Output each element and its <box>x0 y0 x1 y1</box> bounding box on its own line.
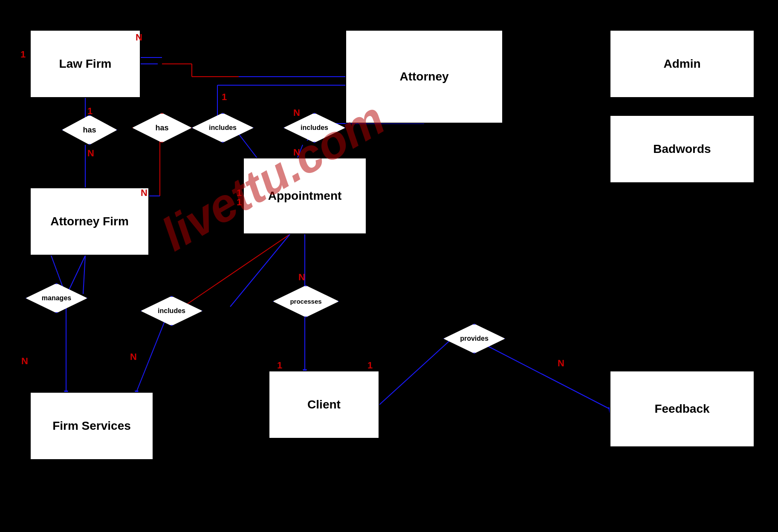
card-n-processes-top: N <box>298 272 305 283</box>
entity-law-firm: Law Firm <box>30 30 141 98</box>
diamond-includes3-label: includes <box>158 307 185 315</box>
diamond-manages: manages <box>26 283 87 313</box>
card-1-appointment-left2: 1 <box>237 197 242 208</box>
entity-label-firm-services: Firm Services <box>52 419 131 433</box>
diamond-manages-label: manages <box>42 294 71 302</box>
diamond-provides-label: provides <box>460 335 489 342</box>
entity-client: Client <box>269 371 379 439</box>
entity-label-admin: Admin <box>663 57 700 71</box>
svg-line-24 <box>136 317 166 392</box>
diamond-has2: has <box>132 113 192 143</box>
entity-firm-services: Firm Services <box>30 392 153 460</box>
diagram-container: Law Firm Attorney Admin Attorney Firm Ap… <box>0 0 778 532</box>
card-n-manages-bottom: N <box>21 356 28 367</box>
card-n-attorney-bottom: N <box>293 107 300 118</box>
entity-label-feedback: Feedback <box>654 402 709 416</box>
entity-label-client: Client <box>307 398 341 411</box>
entity-label-appointment: Appointment <box>268 189 342 203</box>
card-n-includes3-right: N <box>130 351 137 362</box>
card-n-has1-bottom: N <box>87 148 94 159</box>
entity-label-attorney: Attorney <box>399 70 448 83</box>
entity-label-badwords: Badwords <box>653 142 711 156</box>
diamond-processes-label: processes <box>290 298 321 305</box>
diamond-has1-label: has <box>83 126 96 135</box>
entity-appointment: Appointment <box>243 158 367 234</box>
diamond-includes1: includes <box>192 113 254 143</box>
card-1-includes1-top: 1 <box>222 92 227 103</box>
entity-admin: Admin <box>610 30 755 98</box>
card-1-has1-top: 1 <box>87 106 93 117</box>
entity-attorney-firm: Attorney Firm <box>30 187 149 256</box>
card-1-client-top: 1 <box>277 360 282 371</box>
diamond-has2-label: has <box>155 124 168 132</box>
diamond-includes2: includes <box>283 113 345 143</box>
card-n-lawfirm-top: N <box>136 32 142 43</box>
entity-label-law-firm: Law Firm <box>59 57 112 71</box>
card-n-includes2-bottom: N <box>293 147 300 158</box>
entity-attorney: Attorney <box>345 30 503 124</box>
diamond-has1: has <box>62 115 117 145</box>
diamond-provides: provides <box>443 324 505 354</box>
diamond-includes1-label: includes <box>209 124 237 132</box>
entity-label-attorney-firm: Attorney Firm <box>50 215 129 228</box>
svg-line-33 <box>379 339 452 405</box>
card-n-provides-right: N <box>558 358 564 369</box>
diamond-processes: processes <box>273 285 339 317</box>
diamond-includes2-label: includes <box>301 124 328 132</box>
diamond-includes3: includes <box>141 296 202 326</box>
card-1-provides-left: 1 <box>367 360 373 371</box>
card-n-has2-bottom: N <box>141 187 148 198</box>
card-1-lawfirm-left: 1 <box>20 49 26 60</box>
entity-feedback: Feedback <box>610 371 755 447</box>
entity-badwords: Badwords <box>610 115 755 183</box>
